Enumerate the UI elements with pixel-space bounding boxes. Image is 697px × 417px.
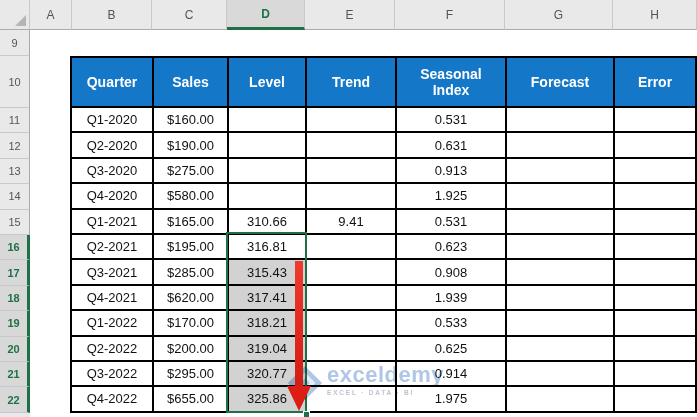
cell-G13[interactable] xyxy=(507,159,613,182)
cell-C16[interactable]: $195.00 xyxy=(154,235,227,258)
row-header-13[interactable]: 13 xyxy=(0,159,30,184)
cell-F13[interactable]: 0.913 xyxy=(397,159,505,182)
cell-F20[interactable]: 0.625 xyxy=(397,337,505,360)
cell-H21[interactable] xyxy=(615,362,695,385)
cell-E11[interactable] xyxy=(307,108,395,131)
cell-E13[interactable] xyxy=(307,159,395,182)
cell-H22[interactable] xyxy=(615,387,695,410)
cell-B16[interactable]: Q2-2021 xyxy=(72,235,152,258)
row-header-9[interactable]: 9 xyxy=(0,30,30,56)
cell-D19[interactable]: 318.21 xyxy=(229,311,305,334)
cell-C14[interactable]: $580.00 xyxy=(154,184,227,207)
cell-C11[interactable]: $160.00 xyxy=(154,108,227,131)
row-header-22[interactable]: 22 xyxy=(0,387,30,412)
cell-D14[interactable] xyxy=(229,184,305,207)
cell-C15[interactable]: $165.00 xyxy=(154,210,227,233)
cell-E14[interactable] xyxy=(307,184,395,207)
cell-D20[interactable]: 319.04 xyxy=(229,337,305,360)
cell-C20[interactable]: $200.00 xyxy=(154,337,227,360)
th-trend[interactable]: Trend xyxy=(307,58,395,106)
cell-E12[interactable] xyxy=(307,133,395,156)
cell-F18[interactable]: 1.939 xyxy=(397,286,505,309)
row-header-19[interactable]: 19 xyxy=(0,311,30,336)
cell-H16[interactable] xyxy=(615,235,695,258)
cell-C12[interactable]: $190.00 xyxy=(154,133,227,156)
row-header-15[interactable]: 15 xyxy=(0,210,30,235)
cell-G20[interactable] xyxy=(507,337,613,360)
row-header-18[interactable]: 18 xyxy=(0,286,30,311)
cell-B22[interactable]: Q4-2022 xyxy=(72,387,152,410)
row-header-12[interactable]: 12 xyxy=(0,133,30,158)
cell-D15[interactable]: 310.66 xyxy=(229,210,305,233)
cell-G19[interactable] xyxy=(507,311,613,334)
cell-B15[interactable]: Q1-2021 xyxy=(72,210,152,233)
cell-H14[interactable] xyxy=(615,184,695,207)
cell-G14[interactable] xyxy=(507,184,613,207)
row-header-10[interactable]: 10 xyxy=(0,56,30,108)
cell-H13[interactable] xyxy=(615,159,695,182)
column-header-D[interactable]: D xyxy=(227,0,305,30)
row-header-14[interactable]: 14 xyxy=(0,184,30,209)
cell-B21[interactable]: Q3-2022 xyxy=(72,362,152,385)
cell-E17[interactable] xyxy=(307,260,395,283)
cell-G22[interactable] xyxy=(507,387,613,410)
cell-D16-active[interactable]: 316.81 xyxy=(229,235,305,258)
row-header-16[interactable]: 16 xyxy=(0,235,30,260)
cell-H15[interactable] xyxy=(615,210,695,233)
cell-G18[interactable] xyxy=(507,286,613,309)
fill-handle[interactable] xyxy=(303,411,310,417)
th-quarter[interactable]: Quarter xyxy=(72,58,152,106)
cell-H17[interactable] xyxy=(615,260,695,283)
cell-B19[interactable]: Q1-2022 xyxy=(72,311,152,334)
row-header-17[interactable]: 17 xyxy=(0,260,30,285)
cell-H20[interactable] xyxy=(615,337,695,360)
row-header-21[interactable]: 21 xyxy=(0,362,30,387)
cell-G15[interactable] xyxy=(507,210,613,233)
column-header-B[interactable]: B xyxy=(72,0,152,30)
cell-F17[interactable]: 0.908 xyxy=(397,260,505,283)
cell-F11[interactable]: 0.531 xyxy=(397,108,505,131)
th-seasonal-index[interactable]: Seasonal Index xyxy=(397,58,505,106)
cell-D17[interactable]: 315.43 xyxy=(229,260,305,283)
cell-B17[interactable]: Q3-2021 xyxy=(72,260,152,283)
cell-C22[interactable]: $655.00 xyxy=(154,387,227,410)
cell-D11[interactable] xyxy=(229,108,305,131)
cell-B18[interactable]: Q4-2021 xyxy=(72,286,152,309)
row-header-11[interactable]: 11 xyxy=(0,108,30,133)
cell-H18[interactable] xyxy=(615,286,695,309)
column-header-G[interactable]: G xyxy=(505,0,613,30)
cell-B13[interactable]: Q3-2020 xyxy=(72,159,152,182)
cell-G16[interactable] xyxy=(507,235,613,258)
cell-F16[interactable]: 0.623 xyxy=(397,235,505,258)
cell-H12[interactable] xyxy=(615,133,695,156)
cell-G17[interactable] xyxy=(507,260,613,283)
select-all-button[interactable] xyxy=(0,0,30,30)
cell-E20[interactable] xyxy=(307,337,395,360)
cell-B20[interactable]: Q2-2022 xyxy=(72,337,152,360)
cell-D18[interactable]: 317.41 xyxy=(229,286,305,309)
cell-E19[interactable] xyxy=(307,311,395,334)
th-forecast[interactable]: Forecast xyxy=(507,58,613,106)
cell-F19[interactable]: 0.533 xyxy=(397,311,505,334)
cell-B11[interactable]: Q1-2020 xyxy=(72,108,152,131)
column-header-C[interactable]: C xyxy=(152,0,227,30)
cell-D12[interactable] xyxy=(229,133,305,156)
cell-C18[interactable]: $620.00 xyxy=(154,286,227,309)
cell-C17[interactable]: $285.00 xyxy=(154,260,227,283)
cell-B14[interactable]: Q4-2020 xyxy=(72,184,152,207)
column-header-F[interactable]: F xyxy=(395,0,505,30)
column-header-H[interactable]: H xyxy=(613,0,697,30)
row-header-20[interactable]: 20 xyxy=(0,337,30,362)
th-level[interactable]: Level xyxy=(229,58,305,106)
cell-G12[interactable] xyxy=(507,133,613,156)
cell-C21[interactable]: $295.00 xyxy=(154,362,227,385)
cell-F12[interactable]: 0.631 xyxy=(397,133,505,156)
th-error[interactable]: Error xyxy=(615,58,695,106)
cell-H19[interactable] xyxy=(615,311,695,334)
cell-E18[interactable] xyxy=(307,286,395,309)
cell-C19[interactable]: $170.00 xyxy=(154,311,227,334)
cell-E15[interactable]: 9.41 xyxy=(307,210,395,233)
th-sales[interactable]: Sales xyxy=(154,58,227,106)
cell-H11[interactable] xyxy=(615,108,695,131)
column-header-A[interactable]: A xyxy=(30,0,72,30)
